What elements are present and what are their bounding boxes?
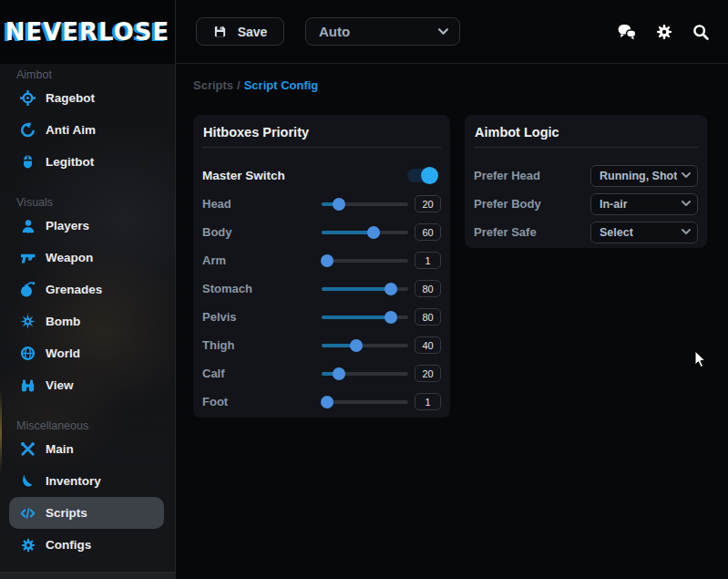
- slider-head[interactable]: [322, 197, 408, 211]
- slider-knob[interactable]: [321, 254, 333, 267]
- config-profile-select[interactable]: Auto: [305, 17, 460, 46]
- sidebar-item-label: Anti Aim: [46, 123, 96, 137]
- slider-thigh[interactable]: [322, 338, 408, 352]
- slider-knob[interactable]: [321, 396, 333, 408]
- slider-value-pelvis[interactable]: 80: [415, 308, 441, 326]
- brand-logo: NEVERLOSE: [5, 18, 170, 46]
- slider-value-calf[interactable]: 20: [415, 365, 441, 382]
- slider-row-body: Body60: [202, 218, 441, 246]
- slider-value-head[interactable]: 20: [415, 195, 441, 212]
- chevron-down-icon: [438, 28, 448, 36]
- slider-fill: [322, 231, 374, 234]
- save-button[interactable]: Save: [196, 17, 284, 46]
- sidebar-item-label: Ragebot: [46, 91, 95, 105]
- dropdown-prefer-body[interactable]: In-air: [590, 193, 698, 215]
- sidebar-item-configs[interactable]: Configs: [9, 529, 164, 561]
- slider-knob[interactable]: [333, 367, 345, 380]
- slider-knob[interactable]: [385, 311, 397, 324]
- config-profile-value: Auto: [319, 24, 350, 39]
- sidebar-footer-bar: [0, 572, 175, 579]
- dropdown-value: Select: [600, 226, 633, 239]
- panels-row: Hitboxes Priority Master Switch Head20Bo…: [193, 115, 728, 418]
- toggle-knob[interactable]: [421, 167, 438, 184]
- gear-icon: [20, 537, 36, 553]
- slider-body[interactable]: [322, 225, 408, 239]
- sidebar-item-view[interactable]: View: [9, 369, 164, 401]
- aimbot-logic-panel: Aimbot Logic Prefer HeadRunning, ShotPre…: [465, 115, 707, 248]
- slider-calf[interactable]: [322, 367, 408, 380]
- nav-section-label: Visuals: [0, 191, 175, 210]
- slider-row-stomach: Stomach80: [202, 274, 441, 303]
- slider-value-arm[interactable]: 1: [415, 252, 441, 269]
- tools-icon: [20, 441, 36, 457]
- dropdown-row-prefer-body: Prefer BodyIn-air: [474, 190, 698, 218]
- floppy-disk-icon: [213, 25, 227, 38]
- slider-value-thigh[interactable]: 40: [415, 336, 441, 354]
- sidebar-item-label: Inventory: [46, 474, 101, 488]
- code-icon: [20, 505, 36, 521]
- search-icon[interactable]: [691, 22, 710, 41]
- sidebar-item-label: Weapon: [46, 251, 93, 264]
- sidebar-item-bomb[interactable]: Bomb: [9, 305, 164, 337]
- slider-stomach[interactable]: [322, 282, 408, 295]
- panel-title: Aimbot Logic: [474, 123, 698, 148]
- explosion-icon: [20, 314, 36, 329]
- dropdown-value: Running, Shot: [600, 170, 677, 182]
- slider-row-thigh: Thigh40: [202, 331, 441, 359]
- breadcrumb-parent[interactable]: Scripts: [193, 78, 233, 92]
- breadcrumb: Scripts/Script Config: [193, 78, 728, 94]
- settings-gear-icon[interactable]: [654, 22, 673, 41]
- sidebar-item-anti-aim[interactable]: Anti Aim: [9, 114, 164, 146]
- background-art-streak: [0, 390, 2, 474]
- dropdown-prefer-head[interactable]: Running, Shot: [590, 165, 698, 187]
- sidebar-item-label: Players: [46, 219, 89, 233]
- slider-value-foot[interactable]: 1: [415, 393, 441, 410]
- rotate-ccw-icon: [20, 122, 36, 138]
- slider-foot[interactable]: [322, 395, 408, 408]
- sidebar-item-label: Main: [46, 442, 74, 456]
- globe-icon: [20, 346, 36, 361]
- master-switch-row: Master Switch: [202, 161, 441, 190]
- claw-icon: [20, 473, 36, 489]
- slider-track[interactable]: [322, 259, 408, 263]
- sidebar-item-main[interactable]: Main: [9, 433, 164, 465]
- slider-label: Calf: [202, 367, 322, 380]
- slider-track[interactable]: [322, 400, 408, 404]
- slider-value-stomach[interactable]: 80: [415, 280, 441, 297]
- slider-value-body[interactable]: 60: [415, 223, 441, 241]
- dropdown-prefer-safe[interactable]: Select: [590, 222, 698, 243]
- sidebar-item-label: Scripts: [46, 506, 87, 520]
- sidebar-nav: AimbotRagebotAnti AimLegitbotVisualsPlay…: [0, 64, 175, 561]
- sidebar-item-legitbot[interactable]: Legitbot: [9, 146, 164, 178]
- sidebar-item-ragebot[interactable]: Ragebot: [9, 82, 164, 114]
- nav-section-label: Aimbot: [0, 64, 175, 82]
- breadcrumb-separator: /: [237, 78, 241, 92]
- sidebar-item-weapon[interactable]: Weapon: [9, 242, 164, 274]
- slider-label: Stomach: [202, 282, 322, 295]
- slider-knob[interactable]: [385, 283, 397, 295]
- slider-pelvis[interactable]: [322, 310, 408, 324]
- master-switch-toggle[interactable]: [407, 169, 437, 182]
- slider-arm[interactable]: [322, 253, 408, 267]
- sidebar-item-grenades[interactable]: Grenades: [9, 274, 164, 305]
- nav-section-aimbot: AimbotRagebotAnti AimLegitbot: [0, 64, 175, 178]
- sidebar-item-scripts[interactable]: Scripts: [9, 497, 164, 529]
- slider-label: Thigh: [202, 338, 322, 352]
- dropdown-label: Prefer Head: [474, 169, 590, 182]
- slider-knob[interactable]: [333, 198, 345, 211]
- sidebar-item-world[interactable]: World: [9, 337, 164, 369]
- breadcrumb-current: Script Config: [244, 78, 319, 92]
- sidebar-item-inventory[interactable]: Inventory: [9, 465, 164, 497]
- slider-knob[interactable]: [367, 226, 380, 239]
- mouse-icon: [20, 154, 36, 170]
- crosshair-icon: [20, 90, 36, 106]
- topbar: Save Auto: [176, 0, 728, 64]
- slider-label: Pelvis: [202, 310, 322, 324]
- slider-label: Arm: [202, 253, 322, 267]
- slider-knob[interactable]: [350, 339, 363, 352]
- binoculars-icon: [20, 377, 36, 393]
- messages-icon[interactable]: [618, 22, 637, 41]
- sidebar-item-label: Bomb: [46, 315, 80, 328]
- slider-row-calf: Calf20: [202, 359, 441, 388]
- sidebar-item-players[interactable]: Players: [9, 210, 164, 242]
